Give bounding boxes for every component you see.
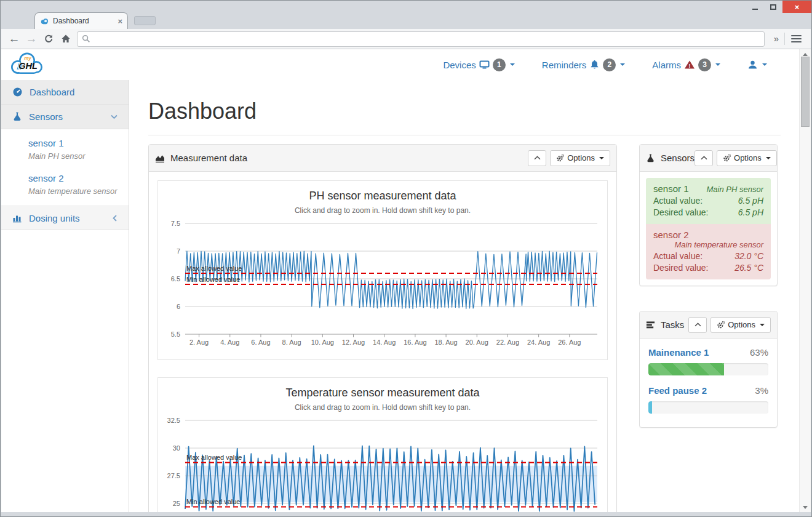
task2-percent: 3% (755, 385, 768, 396)
scrollbar-thumb[interactable] (801, 57, 810, 127)
sensor1-status-card: sensor 1 Main PH sensor Actual value: 6.… (646, 178, 771, 224)
sensor2-actual-label: Actual value: (653, 251, 703, 261)
svg-text:Min allowed value: Min allowed value (186, 276, 240, 283)
bar-chart-icon (12, 213, 22, 223)
nav-alarms-label: Alarms (652, 60, 681, 70)
tab-close-icon[interactable]: × (117, 17, 122, 26)
sidebar-item-sensor1[interactable]: sensor 1 Main PH sensor (1, 129, 129, 164)
nav-user-menu[interactable] (747, 60, 767, 70)
chevron-up-icon (701, 156, 707, 160)
window-minimize-button[interactable] (746, 1, 764, 13)
sidebar-dosing-label: Dosing units (29, 213, 80, 223)
sensor2-description: Main temperature sensor (28, 186, 129, 196)
nav-alarms[interactable]: Alarms ! 3 (652, 58, 720, 71)
svg-text:12. Aug: 12. Aug (342, 339, 365, 346)
chevron-left-icon (113, 215, 117, 222)
sidebar-item-dosing-units[interactable]: Dosing units (1, 206, 129, 230)
ph-measurement-chart[interactable]: PH sensor measurement dataClick and drag… (157, 180, 608, 360)
alarms-count-badge: 3 (698, 58, 711, 71)
window-maximize-button[interactable] (764, 1, 782, 13)
svg-text:Max allowed value: Max allowed value (186, 265, 242, 272)
nav-reminders-label: Reminders (542, 60, 587, 70)
svg-text:7.5: 7.5 (171, 220, 180, 227)
measurement-data-panel: Measurement data (148, 144, 617, 512)
new-tab-button[interactable] (134, 16, 156, 25)
triangle-down-icon (803, 506, 808, 509)
chevron-up-icon (695, 323, 701, 327)
svg-text:14. Aug: 14. Aug (373, 339, 396, 346)
svg-text:PH sensor measurement data: PH sensor measurement data (309, 190, 456, 202)
svg-text:16. Aug: 16. Aug (404, 339, 426, 346)
sensor1-desired-label: Desired value: (653, 207, 709, 217)
sensors-options-button[interactable]: Options (717, 150, 777, 166)
svg-text:7: 7 (177, 247, 180, 255)
browser-tab[interactable]: Dashboard × (34, 12, 128, 29)
svg-text:20. Aug: 20. Aug (466, 339, 488, 346)
home-button[interactable] (57, 30, 74, 47)
nav-reminders[interactable]: Reminders 2 (542, 58, 626, 71)
address-input[interactable] (94, 34, 760, 44)
tasks-panel-title: Tasks (661, 319, 684, 330)
measurement-collapse-button[interactable] (528, 150, 546, 166)
sidebar-sensors-label: Sensors (29, 111, 63, 122)
sensors-panel-title: Sensors (661, 153, 695, 163)
temperature-measurement-chart[interactable]: Temperature sensor measurement dataClick… (157, 377, 608, 512)
flask-icon (646, 153, 655, 163)
task1-percent: 63% (750, 347, 768, 358)
window-close-button[interactable]: × (782, 1, 811, 13)
scrollbar-down-arrow[interactable] (800, 503, 811, 511)
triangle-up-icon (803, 53, 808, 56)
dashboard-gauge-icon (12, 87, 23, 97)
vertical-scrollbar[interactable] (799, 49, 811, 512)
toolbar-overflow-button[interactable]: » (768, 33, 785, 45)
sensor1-desired-value: 6.5 pH (738, 207, 763, 217)
nav-devices[interactable]: Devices 1 (443, 58, 514, 71)
gears-icon (717, 321, 725, 329)
sidebar-item-dashboard[interactable]: Dashboard (1, 80, 129, 105)
back-button[interactable]: ← (6, 30, 23, 47)
sensor2-card-sub: Main temperature sensor (653, 240, 763, 249)
svg-text:8. Aug: 8. Aug (282, 339, 301, 346)
caret-down-icon (766, 157, 771, 159)
tasks-options-button[interactable]: Options (710, 317, 771, 333)
sensor1-actual-label: Actual value: (653, 196, 703, 206)
browser-window: Dashboard × × ← → » (0, 0, 812, 517)
reminders-count-badge: 2 (603, 58, 616, 71)
svg-text:Max allowed value: Max allowed value (186, 454, 242, 461)
tasks-options-label: Options (728, 320, 755, 329)
gears-icon (723, 154, 731, 162)
forward-button[interactable]: → (23, 30, 40, 47)
bell-icon (589, 60, 600, 70)
sidebar: Dashboard Sensors sensor 1 Main PH senso… (1, 80, 129, 512)
tab-favicon-cloud-icon (40, 17, 49, 25)
browser-menu-button[interactable] (785, 31, 806, 47)
svg-text:18. Aug: 18. Aug (434, 339, 457, 346)
tasks-collapse-button[interactable] (688, 317, 707, 333)
address-bar[interactable] (77, 31, 765, 47)
task1-progress-fill (648, 363, 724, 375)
myghl-logo[interactable]: my GHL (9, 51, 46, 81)
measurement-options-button[interactable]: Options (550, 150, 610, 166)
sensor2-label: sensor 2 (28, 173, 129, 183)
sensor1-label: sensor 1 (28, 138, 129, 148)
task-feed-pause: Feed pause 2 3% (648, 385, 768, 414)
sensors-panel-heading: Sensors (640, 145, 777, 172)
reload-icon (44, 34, 54, 44)
svg-text:my: my (24, 55, 31, 61)
sensors-collapse-button[interactable] (695, 150, 713, 166)
svg-text:26. Aug: 26. Aug (558, 339, 581, 346)
tasks-panel: Tasks (639, 311, 778, 428)
measurement-options-label: Options (567, 153, 595, 162)
maximize-icon (770, 4, 776, 10)
flask-icon (12, 111, 22, 122)
sidebar-item-sensors[interactable]: Sensors (1, 105, 129, 129)
chevron-down-icon (762, 63, 767, 66)
svg-text:27.5: 27.5 (167, 472, 180, 479)
sensors-options-label: Options (734, 153, 762, 162)
nav-devices-label: Devices (443, 60, 476, 70)
reload-button[interactable] (40, 30, 57, 47)
svg-text:6.5: 6.5 (171, 275, 180, 283)
svg-text:Temperature sensor measurement: Temperature sensor measurement data (285, 387, 480, 399)
caret-down-icon (760, 324, 765, 326)
sidebar-item-sensor2[interactable]: sensor 2 Main temperature sensor (1, 164, 129, 199)
